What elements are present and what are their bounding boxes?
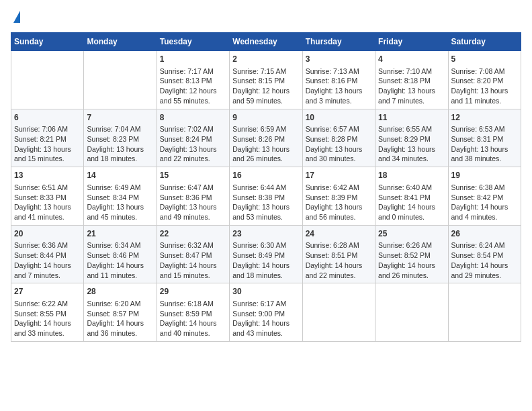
logo-triangle-icon xyxy=(13,11,20,23)
calendar-cell: 23Sunrise: 6:30 AMSunset: 8:49 PMDayligh… xyxy=(230,225,302,283)
day-number: 24 xyxy=(306,228,372,240)
day-number: 30 xyxy=(232,286,299,298)
calendar-cell: 13Sunrise: 6:51 AMSunset: 8:33 PMDayligh… xyxy=(11,167,84,226)
day-header-wednesday: Wednesday xyxy=(230,33,302,51)
calendar-cell: 30Sunrise: 6:17 AMSunset: 9:00 PMDayligh… xyxy=(230,283,302,342)
header xyxy=(11,11,521,24)
day-number: 10 xyxy=(306,112,372,124)
day-number: 21 xyxy=(87,228,153,240)
calendar-week-5: 27Sunrise: 6:22 AMSunset: 8:55 PMDayligh… xyxy=(11,283,521,342)
calendar-cell: 19Sunrise: 6:38 AMSunset: 8:42 PMDayligh… xyxy=(448,167,521,226)
calendar-cell xyxy=(84,51,157,109)
day-number: 17 xyxy=(306,170,372,181)
calendar-week-3: 13Sunrise: 6:51 AMSunset: 8:33 PMDayligh… xyxy=(11,167,521,226)
day-number: 9 xyxy=(232,112,299,124)
calendar-week-1: 1Sunrise: 7:17 AMSunset: 8:13 PMDaylight… xyxy=(11,51,521,109)
day-header-saturday: Saturday xyxy=(448,33,521,51)
day-number: 2 xyxy=(232,54,299,65)
day-header-friday: Friday xyxy=(375,33,448,51)
calendar-header: SundayMondayTuesdayWednesdayThursdayFrid… xyxy=(11,33,521,51)
calendar-cell: 21Sunrise: 6:34 AMSunset: 8:46 PMDayligh… xyxy=(84,225,157,283)
day-number: 5 xyxy=(451,54,518,65)
day-number: 6 xyxy=(14,112,81,124)
calendar-cell xyxy=(375,283,448,342)
day-number: 20 xyxy=(14,228,81,240)
day-number: 18 xyxy=(378,170,445,181)
calendar-cell: 14Sunrise: 6:49 AMSunset: 8:34 PMDayligh… xyxy=(84,167,157,226)
calendar-cell: 20Sunrise: 6:36 AMSunset: 8:44 PMDayligh… xyxy=(11,225,84,283)
calendar-week-4: 20Sunrise: 6:36 AMSunset: 8:44 PMDayligh… xyxy=(11,225,521,283)
day-number: 27 xyxy=(14,286,81,298)
calendar-cell: 18Sunrise: 6:40 AMSunset: 8:41 PMDayligh… xyxy=(375,167,448,226)
day-number: 13 xyxy=(14,170,81,181)
calendar-week-2: 6Sunrise: 7:06 AMSunset: 8:21 PMDaylight… xyxy=(11,109,521,167)
calendar-cell xyxy=(448,283,521,342)
calendar-cell: 8Sunrise: 7:02 AMSunset: 8:24 PMDaylight… xyxy=(157,109,229,167)
calendar-cell: 12Sunrise: 6:53 AMSunset: 8:31 PMDayligh… xyxy=(448,109,521,167)
calendar-cell: 27Sunrise: 6:22 AMSunset: 8:55 PMDayligh… xyxy=(11,283,84,342)
day-number: 4 xyxy=(378,54,445,65)
calendar-cell: 5Sunrise: 7:08 AMSunset: 8:20 PMDaylight… xyxy=(448,51,521,109)
calendar-cell xyxy=(302,283,375,342)
calendar-cell: 26Sunrise: 6:24 AMSunset: 8:54 PMDayligh… xyxy=(448,225,521,283)
day-number: 1 xyxy=(160,54,226,65)
day-header-tuesday: Tuesday xyxy=(157,33,229,51)
calendar-cell: 4Sunrise: 7:10 AMSunset: 8:18 PMDaylight… xyxy=(375,51,448,109)
day-number: 23 xyxy=(232,228,299,240)
calendar-cell: 24Sunrise: 6:28 AMSunset: 8:51 PMDayligh… xyxy=(302,225,375,283)
day-header-thursday: Thursday xyxy=(302,33,375,51)
logo xyxy=(11,11,20,24)
calendar-cell: 9Sunrise: 6:59 AMSunset: 8:26 PMDaylight… xyxy=(230,109,302,167)
calendar-cell: 7Sunrise: 7:04 AMSunset: 8:23 PMDaylight… xyxy=(84,109,157,167)
calendar-cell: 6Sunrise: 7:06 AMSunset: 8:21 PMDaylight… xyxy=(11,109,84,167)
calendar-cell: 28Sunrise: 6:20 AMSunset: 8:57 PMDayligh… xyxy=(84,283,157,342)
day-number: 14 xyxy=(87,170,153,181)
calendar-cell: 17Sunrise: 6:42 AMSunset: 8:39 PMDayligh… xyxy=(302,167,375,226)
calendar-cell: 11Sunrise: 6:55 AMSunset: 8:29 PMDayligh… xyxy=(375,109,448,167)
day-number: 29 xyxy=(160,286,226,298)
calendar-cell: 3Sunrise: 7:13 AMSunset: 8:16 PMDaylight… xyxy=(302,51,375,109)
calendar-cell xyxy=(11,51,84,109)
calendar-cell: 15Sunrise: 6:47 AMSunset: 8:36 PMDayligh… xyxy=(157,167,229,226)
day-header-sunday: Sunday xyxy=(11,33,84,51)
calendar-cell: 16Sunrise: 6:44 AMSunset: 8:38 PMDayligh… xyxy=(230,167,302,226)
day-number: 22 xyxy=(160,228,226,240)
day-number: 15 xyxy=(160,170,226,181)
calendar-cell: 25Sunrise: 6:26 AMSunset: 8:52 PMDayligh… xyxy=(375,225,448,283)
day-number: 26 xyxy=(451,228,518,240)
day-header-monday: Monday xyxy=(84,33,157,51)
calendar-cell: 2Sunrise: 7:15 AMSunset: 8:15 PMDaylight… xyxy=(230,51,302,109)
calendar-cell: 1Sunrise: 7:17 AMSunset: 8:13 PMDaylight… xyxy=(157,51,229,109)
calendar-cell: 22Sunrise: 6:32 AMSunset: 8:47 PMDayligh… xyxy=(157,225,229,283)
day-number: 7 xyxy=(87,112,153,124)
day-number: 3 xyxy=(306,54,372,65)
day-number: 25 xyxy=(378,228,445,240)
calendar-table: SundayMondayTuesdayWednesdayThursdayFrid… xyxy=(11,32,521,342)
calendar-cell: 10Sunrise: 6:57 AMSunset: 8:28 PMDayligh… xyxy=(302,109,375,167)
calendar-cell: 29Sunrise: 6:18 AMSunset: 8:59 PMDayligh… xyxy=(157,283,229,342)
day-number: 12 xyxy=(451,112,518,124)
day-number: 28 xyxy=(87,286,153,298)
day-number: 8 xyxy=(160,112,226,124)
day-number: 16 xyxy=(232,170,299,181)
day-number: 19 xyxy=(451,170,518,181)
day-number: 11 xyxy=(378,112,445,124)
